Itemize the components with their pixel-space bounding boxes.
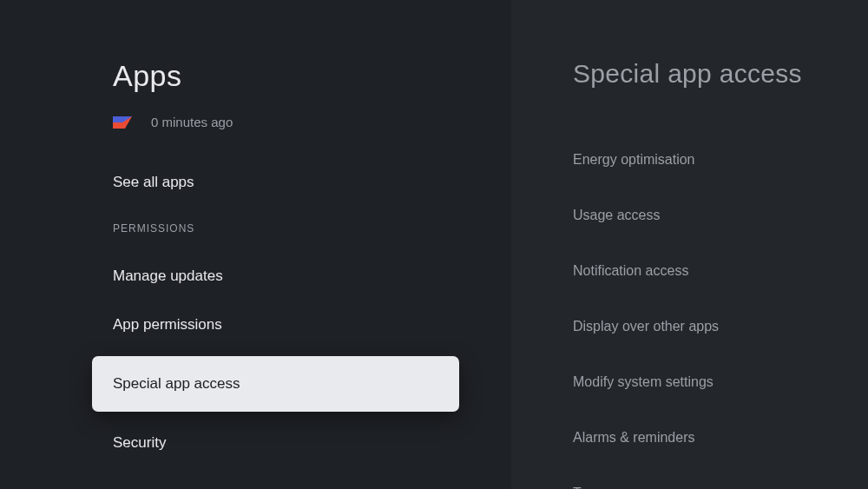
security-item[interactable]: Security (113, 419, 511, 467)
alarms-reminders-item[interactable]: Alarms & reminders (573, 410, 868, 466)
modify-system-settings-item[interactable]: Modify system settings (573, 354, 868, 410)
page-title: Apps (113, 59, 511, 93)
permissions-section-header: PERMISSIONS (113, 222, 511, 235)
usage-access-item[interactable]: Usage access (573, 188, 868, 243)
app-permissions-item[interactable]: App permissions (113, 301, 511, 349)
recent-app-time: 0 minutes ago (151, 115, 233, 129)
manage-updates-item[interactable]: Manage updates (113, 252, 511, 301)
display-over-apps-item[interactable]: Display over other apps (573, 299, 868, 354)
energy-optimisation-item[interactable]: Energy optimisation (573, 132, 868, 188)
right-detail-panel: Special app access Energy optimisation U… (511, 0, 868, 489)
recent-app-icon (113, 116, 132, 129)
turn-screen-on-item[interactable]: Turn screen on (573, 466, 868, 489)
recent-app-row[interactable]: 0 minutes ago (113, 115, 511, 129)
special-app-access-item-selected[interactable]: Special app access (92, 356, 459, 412)
see-all-apps-item[interactable]: See all apps (113, 158, 511, 207)
right-panel-title: Special app access (573, 59, 868, 89)
notification-access-item[interactable]: Notification access (573, 243, 868, 299)
left-settings-panel: Apps 0 minutes ago See all apps PERMISSI… (0, 0, 511, 489)
